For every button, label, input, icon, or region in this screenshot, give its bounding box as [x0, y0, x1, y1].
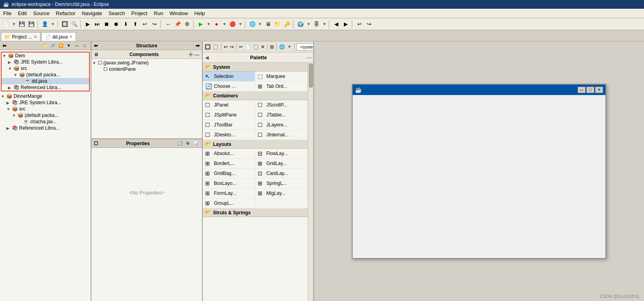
palette-item-selection[interactable]: ↖ Selection [203, 72, 255, 82]
palette-item-gridlay[interactable]: ⊞ GridLay... [255, 159, 308, 169]
dinner-src[interactable]: ▼ 📦 src [0, 106, 91, 112]
palette-item-boxlayo[interactable]: ⊞ BoxLayo... [203, 179, 255, 188]
tab-project-explorer[interactable]: 📁 Project ... ✕ [1, 32, 41, 41]
prop-btn-3[interactable]: 📊 [192, 140, 200, 147]
components-add-btn[interactable]: ✛ [188, 51, 193, 58]
palette-item-marquee[interactable]: ⬚ Marquee [255, 72, 308, 82]
step-over-btn[interactable]: ⏭ [93, 20, 102, 29]
redo-btn[interactable]: ↪ [365, 20, 373, 29]
profile-dropdown[interactable]: ▼ [50, 22, 56, 26]
palette-item-jdesktop[interactable]: ☐ JDeskto... [203, 130, 255, 140]
menu-source[interactable]: Source [30, 10, 52, 17]
project-dem[interactable]: ▼ 📦 Dem [2, 52, 89, 59]
palette-item-choose[interactable]: 🔄 Choose ... [203, 82, 255, 91]
run-btn-2[interactable]: ↩ [141, 20, 149, 29]
menu-file[interactable]: File [0, 10, 15, 17]
pal-tool-1[interactable]: 🔲 [204, 43, 211, 51]
palette-struts-header[interactable]: 📂 Struts & Springs [203, 208, 308, 217]
key-btn[interactable]: 🔑 [283, 20, 291, 29]
pal-grid[interactable]: ⊞ [270, 43, 274, 51]
tab-ddjava[interactable]: 📄 dd.java ✕ [41, 32, 76, 41]
dinner-jre[interactable]: ▶ 📚 JRE System Libra... [0, 99, 91, 106]
dem-default-package[interactable]: ▼ 📦 (default packa... [2, 72, 89, 78]
dem-src[interactable]: ▼ 📦 src [2, 65, 89, 72]
new-btn[interactable]: 📄 [2, 20, 10, 29]
tab-project-close[interactable]: ✕ [34, 35, 37, 39]
pal-delete[interactable]: ✕ [260, 43, 265, 51]
menu-navigate[interactable]: Navigate [79, 10, 105, 17]
menu-run[interactable]: Run [151, 10, 167, 17]
run2-btn[interactable]: ● [212, 20, 221, 29]
palette-item-springl[interactable]: ⊞ SpringL... [255, 179, 308, 188]
run2-dropdown[interactable]: ▼ [222, 22, 227, 26]
palette-item-cardlay[interactable]: ⊡ CardLay... [255, 169, 308, 179]
frame-maximize-btn[interactable]: □ [586, 87, 594, 93]
palette-item-taborder[interactable]: ⊞ Tab Ord... [255, 82, 308, 91]
dinner-default-pkg[interactable]: ▼ 📦 (default packa... [0, 112, 91, 118]
folder-btn[interactable]: 📁 [273, 20, 282, 29]
save-btn[interactable]: 💾 [17, 20, 26, 29]
jframe-node[interactable]: ▼ ☐ (javax.swing.JFrame) [91, 60, 202, 66]
palette-left-arrow[interactable]: ◀ [203, 55, 211, 60]
palette-item-jsplitpane[interactable]: ☐ JSplitPane [203, 110, 255, 120]
profile-btn[interactable]: 👤 [41, 20, 49, 29]
palette-containers-header[interactable]: 📂 Containers [203, 91, 308, 100]
frame-close-btn[interactable]: ✕ [595, 87, 603, 93]
external-tools-btn[interactable]: 🌐 [248, 20, 257, 29]
back-btn[interactable]: ◀ [332, 20, 341, 29]
explorer-min-btn[interactable]: — [73, 43, 80, 49]
menu-refactor[interactable]: Refactor [53, 10, 79, 17]
palette-item-jtoolbar[interactable]: ☐ JToolBar [203, 120, 255, 130]
forward-btn[interactable]: ▶ [341, 20, 350, 29]
pal-cut[interactable]: ✂ [239, 43, 243, 51]
db-btn[interactable]: 🗄 [312, 20, 321, 29]
palette-item-flowlay[interactable]: ⊟ FlowLay... [255, 149, 308, 159]
palette-item-jlayere[interactable]: ☐ JLayere... [255, 120, 308, 130]
palette-item-jinternal[interactable]: ☐ JInternal... [255, 130, 308, 140]
step-into-btn[interactable]: ⬇ [122, 20, 130, 29]
dem-jre-library[interactable]: ▶ 📚 JRE System Libra... [2, 59, 89, 65]
palette-item-miglay[interactable]: ⊞ MigLay... [255, 188, 308, 198]
dem-dd-java[interactable]: ☕ dd.java [2, 78, 89, 84]
frame-minimize-btn[interactable]: — [578, 87, 586, 93]
undo-btn[interactable]: ↩ [355, 20, 364, 29]
system-selector[interactable]: <system> [297, 43, 314, 50]
palette-system-header[interactable]: 📂 System [203, 63, 308, 72]
pal-undo[interactable]: ↩ [223, 43, 228, 51]
palette-layouts-header[interactable]: 📂 Layouts [203, 140, 308, 149]
palette-item-jpanel[interactable]: ☐ JPanel [203, 100, 255, 110]
palette-item-borderl[interactable]: ⊞ BorderL... [203, 159, 255, 169]
db-dropdown[interactable]: ▼ [322, 22, 327, 26]
menu-edit[interactable]: Edit [15, 10, 30, 17]
explorer-filter-btn[interactable]: 🔽 [57, 43, 64, 49]
palette-item-absolut[interactable]: ⊞ Absolut... [203, 149, 255, 159]
pal-paste[interactable]: 📋 [252, 43, 259, 51]
dinner-ref[interactable]: ▶ 📚 Referenced Libra... [0, 125, 91, 131]
dinner-chacha[interactable]: ☕ chacha.jav... [0, 118, 91, 125]
palette-item-formlay[interactable]: ⊞ FormLay... [203, 188, 255, 198]
pal-tool-2[interactable]: 📋 [212, 43, 219, 51]
pin-btn[interactable]: 📌 [173, 20, 182, 29]
prop-btn-2[interactable]: ⚙ [184, 140, 192, 147]
new-dropdown[interactable]: ▼ [11, 22, 17, 26]
components-minus-btn[interactable]: — [194, 51, 200, 58]
palette-item-gridbag[interactable]: ⊞ GridBag... [203, 169, 255, 179]
profile2-btn[interactable]: 🔴 [228, 20, 237, 29]
search-btn[interactable]: 🔍 [70, 20, 79, 29]
palette-item-jtabbe[interactable]: ☐ JTabbe... [255, 110, 308, 120]
tab-ddjava-close[interactable]: ✕ [69, 35, 72, 39]
contentpane-node[interactable]: ☐ contentPane [91, 66, 202, 72]
pal-globe[interactable]: 🌐 [279, 43, 285, 51]
server-btn[interactable]: 🖥 [264, 20, 272, 29]
menu-project[interactable]: Project [128, 10, 150, 17]
ext-dropdown[interactable]: ▼ [258, 22, 263, 26]
disconnect-btn[interactable]: ⏺ [112, 20, 121, 29]
prop-btn-1[interactable]: 🔄 [177, 140, 184, 147]
explorer-collapse-btn[interactable]: 📁 [41, 43, 48, 49]
build-btn[interactable]: ⚙ [183, 20, 192, 29]
explorer-dropdown-btn[interactable]: ▼ [65, 43, 72, 49]
palette-item-jscrollp[interactable]: ☐ JScrollP... [255, 100, 308, 110]
run-dropdown[interactable]: ▼ [206, 22, 211, 26]
pal-copy[interactable]: 📄 [244, 43, 251, 51]
run-green-btn[interactable]: ▶ [196, 20, 205, 29]
